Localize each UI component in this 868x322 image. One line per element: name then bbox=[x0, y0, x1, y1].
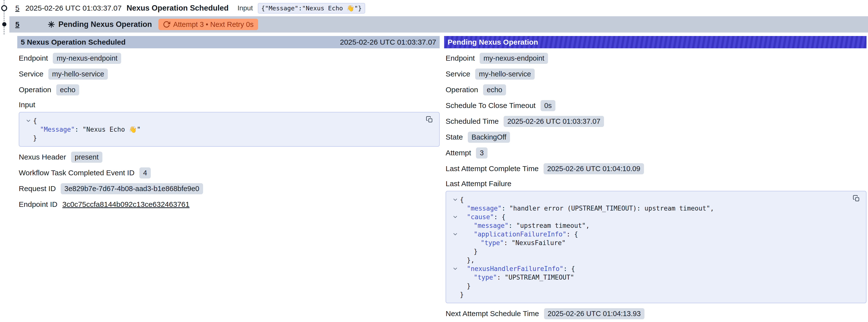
field-row-state: StateBackingOff bbox=[445, 129, 867, 145]
field-label: Endpoint ID bbox=[19, 200, 58, 208]
collapse-chevron-icon[interactable] bbox=[24, 118, 33, 123]
input-label: Input bbox=[237, 4, 253, 12]
collapse-chevron-icon[interactable] bbox=[451, 197, 460, 202]
field-value-nexus-header: present bbox=[71, 152, 102, 163]
retry-status-badge: Attempt 3 • Next Retry 0s bbox=[158, 19, 258, 30]
code-text: } bbox=[467, 282, 471, 290]
field-row-last-attempt-complete-time: Last Attempt Complete Time2025-02-26 UTC… bbox=[445, 161, 867, 176]
code-text: "type": "NexusFailure" bbox=[480, 239, 565, 247]
code-line: "message": "handler error (UPSTREAM_TIME… bbox=[451, 204, 846, 213]
field-label: Nexus Header bbox=[19, 153, 66, 161]
field-value-endpoint: my-nexus-endpoint bbox=[479, 53, 548, 64]
field-row-schedule-to-close-timeout: Schedule To Close Timeout0s bbox=[445, 98, 867, 114]
field-value-operation: echo bbox=[56, 84, 79, 95]
timeline-rail bbox=[0, 0, 10, 34]
code-line: } bbox=[451, 282, 846, 290]
copy-icon[interactable] bbox=[426, 116, 433, 123]
field-value-next-attempt-schedule-time: 2025-02-26 UTC 01:04:13.93 bbox=[544, 308, 645, 319]
code-line: "nexusHandlerFailureInfo": { bbox=[451, 264, 846, 273]
event-timestamp: 2025-02-26 UTC 01:03:37.07 bbox=[25, 4, 122, 12]
field-value-endpoint-id[interactable]: 3c0c75ccfa8144b092c13ce632463761 bbox=[62, 200, 189, 208]
last-attempt-failure-viewer: {"message": "handler error (UPSTREAM_TIM… bbox=[445, 191, 867, 303]
field-label: Attempt bbox=[445, 149, 471, 157]
field-row-service: Servicemy-hello-service bbox=[19, 66, 440, 82]
field-label: Operation bbox=[445, 86, 478, 94]
code-line: "message": "upstream timeout", bbox=[451, 221, 846, 230]
field-label: Service bbox=[445, 70, 470, 78]
code-line: "type": "UPSTREAM_TIMEOUT" bbox=[451, 273, 846, 282]
event-input-preview: {"Message":"Nexus Echo 👋"} bbox=[258, 3, 365, 13]
field-label: Operation bbox=[19, 86, 51, 94]
section-label-last-attempt-failure: Last Attempt Failure bbox=[445, 176, 867, 190]
pending-event-title: Pending Nexus Operation bbox=[59, 20, 152, 29]
collapse-chevron-icon[interactable] bbox=[451, 232, 460, 237]
timeline-node-dot bbox=[2, 22, 6, 26]
event-detail-panels: 5 Nexus Operation Scheduled 2025-02-26 U… bbox=[0, 33, 868, 322]
code-text: "cause": { bbox=[467, 213, 505, 221]
field-row-scheduled-time: Scheduled Time2025-02-26 UTC 01:03:37.07 bbox=[445, 114, 867, 129]
collapse-chevron-icon[interactable] bbox=[451, 266, 460, 271]
timeline-node-circle bbox=[1, 5, 7, 11]
code-line: { bbox=[24, 117, 420, 125]
code-line: "type": "NexusFailure" bbox=[451, 238, 846, 247]
field-value-last-attempt-complete-time: 2025-02-26 UTC 01:04:10.09 bbox=[544, 163, 644, 174]
pending-operation-icon bbox=[48, 21, 55, 28]
scheduled-panel-timestamp: 2025-02-26 UTC 01:03:37.07 bbox=[340, 38, 436, 46]
field-label: Last Attempt Complete Time bbox=[445, 164, 538, 173]
field-row-endpoint-id: Endpoint ID3c0c75ccfa8144b092c13ce632463… bbox=[19, 196, 440, 212]
code-line: } bbox=[451, 247, 846, 256]
code-text: { bbox=[460, 196, 464, 203]
field-value-request-id: 3e829b7e-7d67-4b08-aad3-b1e868bfe9e0 bbox=[61, 183, 203, 194]
field-row-request-id: Request ID3e829b7e-7d67-4b08-aad3-b1e868… bbox=[19, 181, 440, 196]
field-row-endpoint: Endpointmy-nexus-endpoint bbox=[445, 50, 867, 66]
field-row-service: Servicemy-hello-service bbox=[445, 66, 867, 82]
pending-panel-body: Endpointmy-nexus-endpointServicemy-hello… bbox=[444, 48, 867, 322]
code-text: "Message": "Nexus Echo 👋" bbox=[40, 126, 141, 133]
code-text: } bbox=[460, 291, 464, 298]
scheduled-event-panel: 5 Nexus Operation Scheduled 2025-02-26 U… bbox=[17, 36, 440, 212]
field-label: State bbox=[445, 133, 463, 141]
code-line: "Message": "Nexus Echo 👋" bbox=[24, 125, 420, 134]
scheduled-panel-title: 5 Nexus Operation Scheduled bbox=[21, 38, 126, 46]
field-row-operation: Operationecho bbox=[445, 82, 867, 98]
pending-event-id-link[interactable]: 5 bbox=[15, 20, 20, 29]
field-label: Endpoint bbox=[445, 54, 475, 62]
field-value-endpoint: my-nexus-endpoint bbox=[53, 53, 121, 64]
field-value-attempt: 3 bbox=[476, 148, 487, 159]
field-label: Schedule To Close Timeout bbox=[445, 101, 536, 110]
event-row-pending-nexus-operation[interactable]: 5 Pending Nexus Operation Attempt 3 • Ne… bbox=[9, 16, 868, 33]
field-label: Scheduled Time bbox=[445, 117, 499, 126]
code-line: } bbox=[451, 290, 846, 299]
scheduled-panel-header: 5 Nexus Operation Scheduled 2025-02-26 U… bbox=[17, 36, 440, 48]
field-row-operation: Operationecho bbox=[19, 82, 440, 98]
retry-icon bbox=[163, 21, 170, 28]
copy-icon[interactable] bbox=[853, 195, 860, 202]
code-line: { bbox=[451, 195, 846, 204]
field-value-scheduled-time: 2025-02-26 UTC 01:03:37.07 bbox=[503, 116, 604, 127]
event-title: Nexus Operation Scheduled bbox=[127, 4, 228, 12]
field-value-service: my-hello-service bbox=[49, 68, 108, 79]
code-line: "cause": { bbox=[451, 213, 846, 221]
code-text: } bbox=[33, 134, 37, 142]
scheduled-panel-body: Endpointmy-nexus-endpointServicemy-hello… bbox=[17, 48, 440, 212]
field-value-operation: echo bbox=[483, 84, 506, 95]
code-line: }, bbox=[451, 256, 846, 264]
field-value-workflow-task-completed-event-id: 4 bbox=[140, 167, 151, 179]
field-value-schedule-to-close-timeout: 0s bbox=[540, 100, 556, 111]
field-label: Workflow Task Completed Event ID bbox=[19, 169, 134, 177]
event-row-nexus-operation-scheduled[interactable]: 5 2025-02-26 UTC 01:03:37.07 Nexus Opera… bbox=[9, 0, 868, 16]
event-id-link[interactable]: 5 bbox=[15, 4, 20, 12]
field-row-endpoint: Endpointmy-nexus-endpoint bbox=[19, 50, 440, 66]
code-text: { bbox=[33, 117, 37, 125]
input-json-viewer: {"Message": "Nexus Echo 👋"} bbox=[19, 112, 440, 147]
code-text: "applicationFailureInfo": { bbox=[474, 230, 578, 238]
pending-operation-panel: Pending Nexus Operation Endpointmy-nexus… bbox=[444, 36, 867, 322]
code-text: "message": "upstream timeout", bbox=[474, 222, 590, 229]
collapse-chevron-icon[interactable] bbox=[451, 215, 460, 219]
field-label: Request ID bbox=[19, 185, 56, 193]
field-value-state: BackingOff bbox=[468, 132, 510, 143]
field-row-next-attempt-schedule-time: Next Attempt Schedule Time2025-02-26 UTC… bbox=[445, 306, 867, 322]
field-value-service: my-hello-service bbox=[475, 68, 535, 79]
pending-panel-header: Pending Nexus Operation bbox=[444, 36, 867, 48]
code-text: "type": "UPSTREAM_TIMEOUT" bbox=[474, 274, 574, 281]
